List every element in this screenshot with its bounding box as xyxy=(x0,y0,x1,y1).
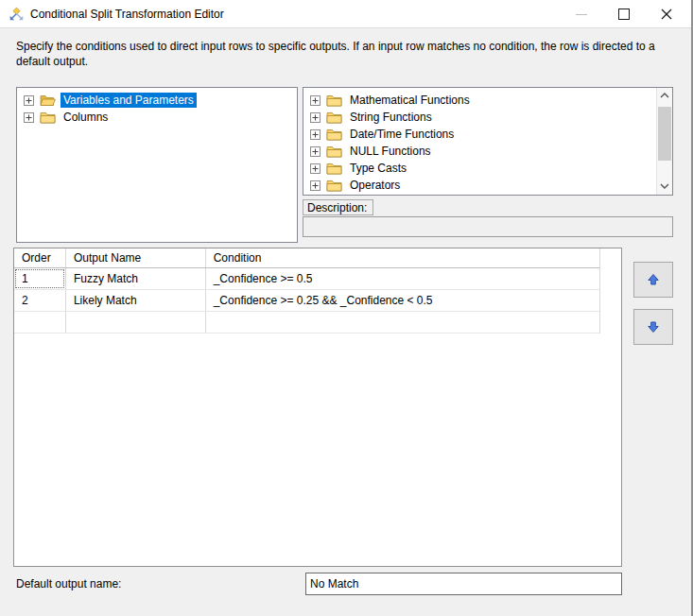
tree-item-label: String Functions xyxy=(347,110,435,125)
cell-condition-3[interactable] xyxy=(206,312,599,333)
instructions-text: Specify the conditions used to direct in… xyxy=(16,39,682,69)
functions-tree-scrollbar[interactable] xyxy=(656,88,672,195)
grid-row-1: 1 Fuzzy Match _Confidence >= 0.5 xyxy=(14,268,599,290)
description-label: Description: xyxy=(303,199,373,215)
conditional-split-editor-dialog: Conditional Split Transformation Editor … xyxy=(0,0,693,616)
expand-icon[interactable] xyxy=(310,180,321,191)
expand-icon[interactable] xyxy=(24,112,34,123)
tree-item-mathematical-functions[interactable]: Mathematical Functions xyxy=(303,92,656,109)
tree-item-string-functions[interactable]: String Functions xyxy=(303,109,656,126)
close-button[interactable] xyxy=(645,0,687,28)
cell-order-2[interactable]: 2 xyxy=(14,290,66,311)
maximize-icon xyxy=(618,9,630,20)
minimize-icon xyxy=(576,14,587,15)
tree-item-label: Date/Time Functions xyxy=(347,127,457,142)
expand-icon[interactable] xyxy=(310,112,321,123)
cell-condition-2[interactable]: _Confidence >= 0.25 && _Confidence < 0.5 xyxy=(206,290,599,311)
functions-tree: Mathematical Functions String Functions … xyxy=(303,87,673,196)
tree-item-variables-and-parameters[interactable]: Variables and Parameters xyxy=(17,92,297,109)
column-header-output-name[interactable]: Output Name xyxy=(66,248,206,267)
functions-tree-rows: Mathematical Functions String Functions … xyxy=(303,92,656,194)
cell-condition-1[interactable]: _Confidence >= 0.5 xyxy=(206,268,599,289)
cell-output-name-3[interactable] xyxy=(66,312,206,333)
folder-icon xyxy=(326,162,342,175)
chevron-down-icon xyxy=(660,182,669,190)
folder-icon xyxy=(326,145,342,158)
tree-item-date-time-functions[interactable]: Date/Time Functions xyxy=(303,126,656,143)
expand-icon[interactable] xyxy=(310,129,321,140)
grid-row-2: 2 Likely Match _Confidence >= 0.25 && _C… xyxy=(14,290,599,312)
scroll-down-button[interactable] xyxy=(657,179,672,195)
folder-icon xyxy=(326,128,342,141)
app-icon xyxy=(9,7,25,23)
tree-item-label: NULL Functions xyxy=(347,144,434,159)
conditions-grid-columns: Order Output Name Condition 1 Fuzzy Matc… xyxy=(14,248,600,334)
folder-icon xyxy=(326,179,342,192)
cell-output-name-1[interactable]: Fuzzy Match xyxy=(66,268,206,289)
tree-item-columns[interactable]: Columns xyxy=(17,109,297,126)
tree-item-label: Columns xyxy=(61,110,111,125)
tree-item-label: Variables and Parameters xyxy=(61,93,197,108)
down-arrow-icon xyxy=(646,319,661,334)
tree-item-label: Operators xyxy=(347,178,403,193)
folder-icon xyxy=(326,111,342,124)
description-box xyxy=(303,216,673,237)
cell-order-1[interactable]: 1 xyxy=(14,268,66,289)
tree-item-null-functions[interactable]: NULL Functions xyxy=(303,143,656,160)
folder-icon xyxy=(326,94,342,107)
chevron-up-icon xyxy=(660,92,669,99)
scroll-up-button[interactable] xyxy=(657,88,672,104)
expand-icon[interactable] xyxy=(310,163,321,174)
default-output-input[interactable] xyxy=(305,573,622,595)
tree-item-label: Type Casts xyxy=(347,161,409,176)
column-header-order[interactable]: Order xyxy=(14,248,66,267)
grid-header-row: Order Output Name Condition xyxy=(14,248,599,268)
conditions-grid: Order Output Name Condition 1 Fuzzy Matc… xyxy=(13,248,622,567)
default-output-label: Default output name: xyxy=(16,577,121,590)
title-bar[interactable]: Conditional Split Transformation Editor xyxy=(0,0,691,28)
cell-output-name-2[interactable]: Likely Match xyxy=(66,290,206,311)
column-header-condition[interactable]: Condition xyxy=(206,248,599,267)
maximize-button[interactable] xyxy=(602,0,645,28)
cell-order-3[interactable] xyxy=(14,312,66,333)
variables-columns-tree: Variables and Parameters Columns xyxy=(16,87,298,243)
tree-item-label: Mathematical Functions xyxy=(347,93,473,108)
grid-row-3-empty xyxy=(14,312,599,334)
close-icon xyxy=(661,9,672,20)
expand-icon[interactable] xyxy=(310,146,321,157)
expand-icon[interactable] xyxy=(310,95,321,106)
tree-item-operators[interactable]: Operators xyxy=(303,177,656,194)
folder-icon xyxy=(40,111,56,124)
up-arrow-icon xyxy=(646,272,661,287)
move-down-button[interactable] xyxy=(633,309,673,345)
scroll-thumb[interactable] xyxy=(658,107,671,161)
move-up-button[interactable] xyxy=(633,262,673,298)
folder-open-icon xyxy=(40,94,56,107)
window-title: Conditional Split Transformation Editor xyxy=(30,0,224,28)
tree-item-type-casts[interactable]: Type Casts xyxy=(303,160,656,177)
expand-icon[interactable] xyxy=(24,95,34,106)
minimize-button xyxy=(560,0,602,28)
